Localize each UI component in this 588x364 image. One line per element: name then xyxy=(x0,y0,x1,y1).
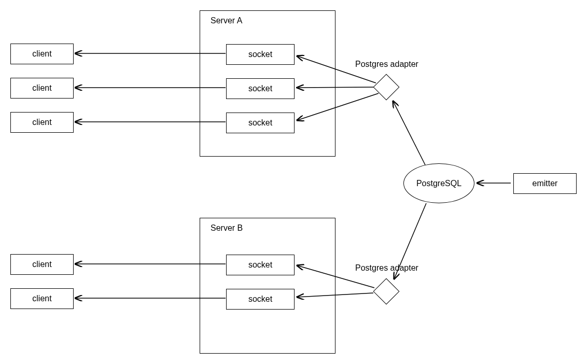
adapter-b-diamond xyxy=(373,278,400,305)
server-b-box: Server B socket socket xyxy=(200,218,335,354)
adapter-a-label: Postgres adapter xyxy=(355,60,418,69)
socket-box: socket xyxy=(226,255,295,275)
socket-label: socket xyxy=(248,260,272,270)
diagram-canvas: client client client Server A socket soc… xyxy=(0,0,588,364)
client-label: client xyxy=(32,83,51,93)
client-label: client xyxy=(32,118,51,127)
postgresql-node: PostgreSQL xyxy=(403,163,474,203)
adapter-b-label: Postgres adapter xyxy=(355,263,418,273)
postgresql-label: PostgreSQL xyxy=(416,179,461,188)
client-box: client xyxy=(10,44,74,64)
socket-box: socket xyxy=(226,289,295,310)
socket-label: socket xyxy=(248,50,272,59)
socket-box: socket xyxy=(226,78,295,99)
client-box: client xyxy=(10,288,74,309)
socket-label: socket xyxy=(248,118,272,128)
svg-line-6 xyxy=(393,101,425,165)
client-box: client xyxy=(10,112,74,133)
emitter-box: emitter xyxy=(513,173,577,194)
client-box: client xyxy=(10,78,74,99)
emitter-label: emitter xyxy=(533,179,558,188)
socket-label: socket xyxy=(248,84,272,93)
client-label: client xyxy=(32,260,51,269)
adapter-a-diamond xyxy=(373,74,400,101)
server-a-box: Server A socket socket socket xyxy=(200,10,335,157)
socket-box: socket xyxy=(226,113,295,133)
client-label: client xyxy=(32,294,51,303)
server-a-title: Server A xyxy=(211,16,242,25)
client-box: client xyxy=(10,254,74,275)
server-b-title: Server B xyxy=(211,223,243,233)
socket-box: socket xyxy=(226,44,295,65)
client-label: client xyxy=(32,49,51,59)
socket-label: socket xyxy=(248,295,272,304)
